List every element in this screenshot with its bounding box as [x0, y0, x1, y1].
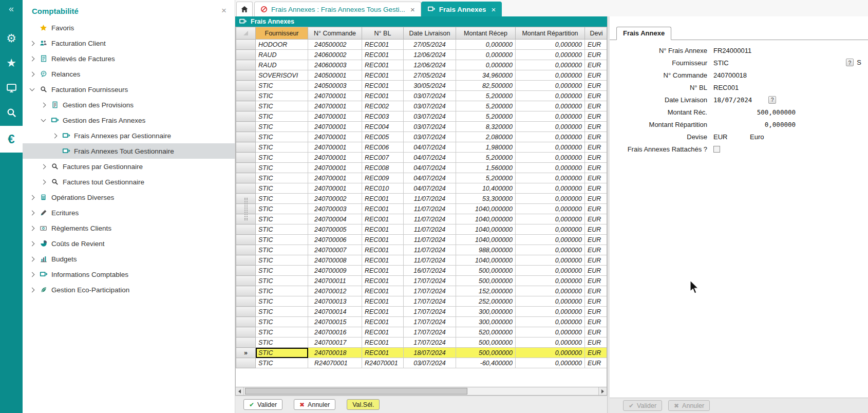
cell[interactable]: 0,000000 — [516, 111, 585, 122]
table-row[interactable]: STIC240700012REC00117/07/2024152,0000000… — [236, 286, 608, 296]
table-row[interactable]: STIC240700014REC00117/07/2024300,0000000… — [236, 307, 608, 317]
cell[interactable]: 240500001 — [308, 70, 362, 81]
row-selector[interactable] — [236, 111, 256, 122]
cell[interactable]: 240700015 — [308, 317, 362, 327]
cell[interactable]: SOVERISOVI — [256, 70, 308, 81]
cell[interactable]: 240700001 — [308, 183, 362, 194]
cell[interactable]: 0,000000 — [516, 132, 585, 142]
cell[interactable]: STIC — [256, 296, 308, 307]
cell[interactable]: 152,000000 — [456, 286, 516, 296]
sidebar-item[interactable]: Favoris — [23, 20, 235, 35]
cell[interactable]: EUR — [585, 194, 608, 204]
cell[interactable]: 04/07/2024 — [404, 142, 456, 153]
cell[interactable]: 1040,000000 — [456, 204, 516, 214]
cell[interactable]: 0,000000 — [516, 122, 585, 132]
table-row[interactable]: STIC240700001REC00503/07/20242,0800000,0… — [236, 132, 608, 142]
cell[interactable]: 17/07/2024 — [404, 296, 456, 307]
cell[interactable]: 300,000000 — [456, 307, 516, 317]
table-row[interactable]: STIC240700001REC00403/07/20248,3200000,0… — [236, 122, 608, 132]
settings-button[interactable]: ⚙ — [0, 26, 23, 51]
cell[interactable]: 988,000000 — [456, 245, 516, 255]
column-header[interactable]: Montant Récep — [456, 27, 516, 40]
expand-right-icon[interactable] — [27, 196, 37, 199]
table-row[interactable]: STIC240700002REC00111/07/202453,3000000,… — [236, 194, 608, 204]
annuler-button[interactable]: ✖Annuler — [294, 399, 335, 410]
cell[interactable]: 0,000000 — [516, 358, 585, 368]
desktop-button[interactable] — [0, 76, 23, 100]
table-row[interactable]: »STIC240700018REC00118/07/2024500,000000… — [236, 348, 608, 358]
cell[interactable]: 0,000000 — [516, 81, 585, 91]
table-row[interactable]: STIC240700009REC00116/07/2024500,0000000… — [236, 266, 608, 276]
cell[interactable]: REC001 — [362, 91, 404, 101]
cell[interactable]: 240700018 — [308, 348, 362, 358]
cell[interactable]: 11/07/2024 — [404, 214, 456, 224]
cell[interactable]: STIC — [256, 307, 308, 317]
table-row[interactable]: STIC240700013REC00117/07/2024252,0000000… — [236, 296, 608, 307]
row-selector[interactable] — [236, 266, 256, 276]
cell[interactable]: STIC — [256, 317, 308, 327]
close-icon[interactable]: × — [410, 5, 415, 14]
field-value[interactable]: 18/07/2024 — [713, 96, 752, 104]
cell[interactable]: 1,560000 — [456, 163, 516, 173]
cell[interactable]: 0,000000 — [456, 50, 516, 60]
row-selector[interactable] — [236, 50, 256, 60]
row-selector[interactable] — [236, 101, 256, 111]
row-selector[interactable] — [236, 183, 256, 194]
row-selector[interactable] — [236, 224, 256, 235]
cell[interactable]: 500,000000 — [456, 276, 516, 286]
cell[interactable]: 1040,000000 — [456, 214, 516, 224]
cell[interactable]: 2,080000 — [456, 132, 516, 142]
cell[interactable]: EUR — [585, 183, 608, 194]
cell[interactable]: STIC — [256, 266, 308, 276]
cell[interactable]: 0,000000 — [516, 204, 585, 214]
cell[interactable]: 240700001 — [308, 153, 362, 163]
cell[interactable]: STIC — [256, 111, 308, 122]
cell[interactable]: STIC — [256, 214, 308, 224]
sidebar-item[interactable]: Règlements Clients — [23, 220, 235, 236]
cell[interactable]: STIC — [256, 255, 308, 266]
cell[interactable]: 240700001 — [308, 163, 362, 173]
cell[interactable]: 11/07/2024 — [404, 194, 456, 204]
cell[interactable]: 5,200000 — [456, 111, 516, 122]
cell[interactable]: 240700001 — [308, 101, 362, 111]
cell[interactable]: EUR — [585, 214, 608, 224]
cell[interactable]: 5,200000 — [456, 91, 516, 101]
row-selector[interactable] — [236, 81, 256, 91]
column-header[interactable]: N° Commande — [308, 27, 362, 40]
cell[interactable]: 1,980000 — [456, 142, 516, 153]
cell[interactable]: STIC — [256, 153, 308, 163]
row-selector[interactable] — [236, 122, 256, 132]
row-selector[interactable] — [236, 70, 256, 81]
cell[interactable]: STIC — [256, 286, 308, 296]
cell[interactable]: STIC — [256, 348, 308, 358]
cell[interactable]: 0,000000 — [516, 337, 585, 348]
row-selector[interactable] — [236, 296, 256, 307]
table-row[interactable]: STIC240700001REC00103/07/20245,2000000,0… — [236, 91, 608, 101]
cell[interactable]: 04/07/2024 — [404, 153, 456, 163]
cell[interactable]: 500,000000 — [456, 266, 516, 276]
cell[interactable]: STIC — [256, 245, 308, 255]
cell[interactable]: 53,300000 — [456, 194, 516, 204]
cell[interactable]: REC003 — [362, 111, 404, 122]
cell[interactable]: STIC — [256, 358, 308, 368]
cell[interactable]: 0,000000 — [456, 60, 516, 70]
horizontal-scrollbar[interactable] — [235, 387, 607, 396]
table-row[interactable]: STIC240700007REC00111/07/2024988,0000000… — [236, 245, 608, 255]
cell[interactable]: 17/07/2024 — [404, 337, 456, 348]
table-row[interactable]: STIC240700008REC00111/07/20241040,000000… — [236, 255, 608, 266]
cell[interactable]: 17/07/2024 — [404, 307, 456, 317]
row-selector[interactable] — [236, 245, 256, 255]
sidebar-item[interactable]: Informations Comptables — [23, 267, 235, 282]
cell[interactable]: 240700001 — [308, 91, 362, 101]
sidebar-item[interactable]: Opérations Diverses — [23, 190, 235, 205]
cell[interactable]: EUR — [585, 255, 608, 266]
cell[interactable]: 0,000000 — [456, 40, 516, 50]
cell[interactable]: 252,000000 — [456, 296, 516, 307]
cell[interactable]: 240700001 — [308, 173, 362, 183]
cell[interactable]: 0,000000 — [516, 224, 585, 235]
cell[interactable]: EUR — [585, 337, 608, 348]
cell[interactable]: 0,000000 — [516, 214, 585, 224]
cell[interactable]: 240700003 — [308, 204, 362, 214]
table-row[interactable]: STIC240700001REC01004/07/202410,4000000,… — [236, 183, 608, 194]
cell[interactable]: HODOOR — [256, 40, 308, 50]
